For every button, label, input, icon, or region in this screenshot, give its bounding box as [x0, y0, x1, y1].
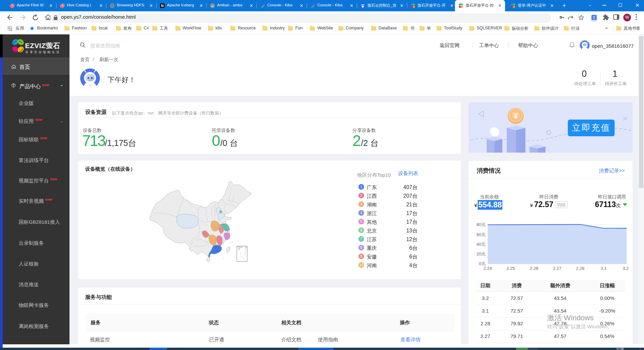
svg-text:40元: 40元	[477, 242, 486, 247]
svg-text:2.28: 2.28	[576, 266, 584, 271]
svg-text:2.25: 2.25	[506, 266, 515, 271]
svg-text:3.2: 3.2	[623, 266, 629, 271]
svg-text:2.27: 2.27	[553, 266, 561, 271]
svg-text:2.26: 2.26	[530, 266, 538, 271]
svg-text:60元: 60元	[477, 232, 486, 237]
svg-text:立即充值: 立即充值	[572, 123, 611, 133]
svg-text:80元: 80元	[477, 222, 486, 227]
svg-text:文: 文	[592, 16, 596, 19]
svg-text:2.24: 2.24	[483, 266, 492, 271]
svg-text:3.1: 3.1	[601, 266, 607, 271]
svg-text:20元: 20元	[477, 251, 486, 256]
svg-text:N: N	[161, 4, 164, 8]
svg-text:0元: 0元	[479, 261, 486, 266]
